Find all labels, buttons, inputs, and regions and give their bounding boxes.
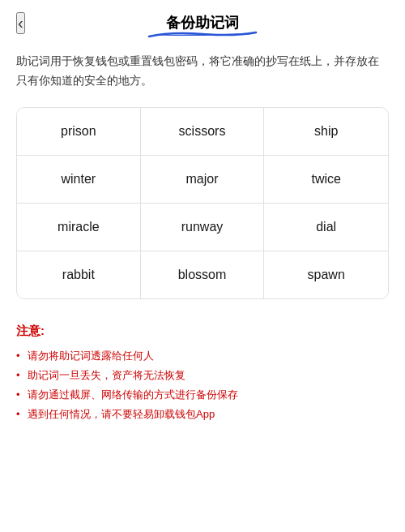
back-button[interactable]: ‹ — [16, 12, 25, 34]
mnemonic-word-3: ship — [264, 108, 388, 156]
mnemonic-word-8: runway — [141, 204, 265, 251]
description-text: 助记词用于恢复钱包或重置钱包密码，将它准确的抄写在纸上，并存放在只有你知道的安全… — [0, 45, 405, 107]
mnemonic-word-11: blossom — [141, 251, 265, 298]
page-title: 备份助记词 — [166, 13, 239, 32]
mnemonic-word-12: spawn — [264, 251, 388, 298]
mnemonic-word-1: prison — [17, 108, 141, 156]
mnemonic-grid: prisonscissorsshipwintermajortwicemiracl… — [17, 108, 388, 298]
mnemonic-word-6: twice — [264, 156, 388, 204]
notes-section: 注意: 请勿将助记词透露给任何人助记词一旦丢失，资产将无法恢复请勿通过截屏、网络… — [0, 315, 405, 441]
mnemonic-word-7: miracle — [17, 204, 141, 251]
mnemonic-word-9: dial — [264, 204, 388, 251]
note-item-4: 遇到任何情况，请不要轻易卸载钱包App — [16, 405, 389, 423]
mnemonic-word-2: scissors — [141, 108, 265, 156]
mnemonic-word-10: rabbit — [17, 251, 141, 298]
note-item-3: 请勿通过截屏、网络传输的方式进行备份保存 — [16, 386, 389, 404]
mnemonic-word-5: major — [141, 156, 265, 204]
note-item-2: 助记词一旦丢失，资产将无法恢复 — [16, 367, 389, 384]
header: ‹ 备份助记词 — [0, 0, 405, 45]
mnemonic-word-4: winter — [17, 156, 141, 204]
notes-list: 请勿将助记词透露给任何人助记词一旦丢失，资产将无法恢复请勿通过截屏、网络传输的方… — [16, 347, 389, 423]
note-item-1: 请勿将助记词透露给任何人 — [16, 347, 389, 365]
notes-title: 注意: — [16, 324, 389, 339]
mnemonic-grid-container: prisonscissorsshipwintermajortwicemiracl… — [16, 107, 389, 299]
back-icon: ‹ — [18, 14, 23, 32]
